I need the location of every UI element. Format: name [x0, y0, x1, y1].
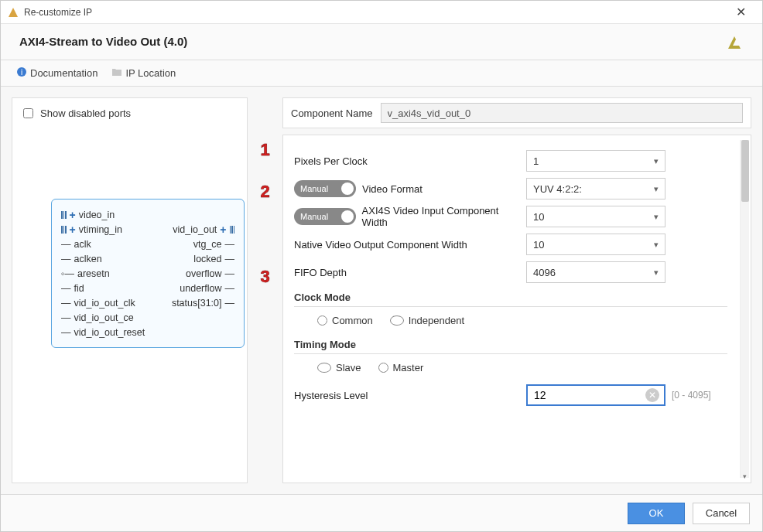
- row-video-format: Manual Video Format YUV 4:2:2: ▾: [294, 177, 727, 200]
- row-hysteresis: Hysteresis Level ✕ [0 - 4095]: [294, 384, 727, 406]
- select-video-format[interactable]: YUV 4:2:2: ▾: [526, 178, 665, 200]
- svg-text:i: i: [21, 68, 22, 77]
- main-area: Show disabled ports +video_in +vtiming_i…: [1, 87, 762, 494]
- component-name-row: Component Name: [282, 97, 751, 128]
- radio-timing-slave[interactable]: Slave: [317, 362, 361, 373]
- port-underflow: underflow: [180, 283, 221, 294]
- label-hysteresis: Hysteresis Level: [294, 390, 526, 401]
- port-vid-io-out-reset: vid_io_out_reset: [74, 327, 145, 338]
- ip-block-symbol: +video_in +vtiming_invid_io_out+ — aclkv…: [51, 199, 245, 348]
- port-vid-io-out: vid_io_out: [173, 224, 217, 235]
- show-disabled-ports-checkbox[interactable]: Show disabled ports: [20, 106, 239, 121]
- documentation-label: Documentation: [30, 67, 98, 79]
- port-fid: fid: [74, 283, 84, 294]
- titlebar: Re-customize IP ✕: [1, 1, 762, 24]
- row-pixels-per-clock: Pixels Per Clock 1 ▾: [294, 149, 727, 172]
- label-native-width: Native Video Output Component Width: [294, 239, 526, 251]
- port-video-in: video_in: [79, 210, 115, 220]
- chevron-down-icon: ▾: [654, 156, 659, 166]
- close-icon[interactable]: ✕: [725, 5, 756, 19]
- radios-timing-mode: Slave Master: [294, 354, 727, 378]
- radio-clock-independent[interactable]: Independent: [390, 315, 464, 326]
- row-fifo-depth: FIFO Depth 4096 ▾: [294, 261, 727, 284]
- callout-column: 1 2 3: [255, 97, 275, 483]
- select-axi4s-width[interactable]: 10 ▾: [526, 206, 665, 227]
- callout-3: 3: [260, 267, 269, 287]
- chevron-down-icon: ▾: [654, 184, 659, 194]
- callout-1: 1: [260, 140, 269, 160]
- toggle-axi4s-width[interactable]: Manual: [294, 208, 356, 225]
- chevron-down-icon: ▾: [654, 212, 659, 222]
- port-locked: locked: [193, 254, 221, 264]
- block-diagram-panel: Show disabled ports +video_in +vtiming_i…: [12, 97, 248, 483]
- ip-header: AXI4-Stream to Video Out (4.0): [1, 24, 762, 60]
- component-name-label: Component Name: [291, 107, 373, 119]
- port-vid-io-out-ce: vid_io_out_ce: [74, 312, 134, 323]
- ip-title: AXI4-Stream to Video Out (4.0): [19, 35, 744, 48]
- select-fifo-depth[interactable]: 4096 ▾: [526, 261, 665, 283]
- label-fifo-depth: FIFO Depth: [294, 267, 526, 278]
- port-vtiming-in: vtiming_in: [79, 224, 122, 235]
- port-vtg-ce: vtg_ce: [193, 239, 222, 250]
- ip-location-link[interactable]: IP Location: [111, 67, 176, 79]
- port-vid-io-out-clk: vid_io_out_clk: [74, 298, 135, 309]
- config-panel: Component Name Pixels Per Clock 1 ▾ Man: [282, 97, 751, 483]
- radio-clock-common[interactable]: Common: [317, 315, 373, 326]
- port-aclken: aclken: [74, 254, 102, 264]
- label-pixels-per-clock: Pixels Per Clock: [294, 155, 526, 167]
- scrollbar-thumb[interactable]: [741, 140, 749, 202]
- app-icon: [7, 6, 19, 19]
- cancel-button[interactable]: Cancel: [693, 503, 750, 524]
- toggle-video-format[interactable]: Manual: [294, 180, 356, 197]
- row-axi4s-width: Manual AXI4S Video Input Component Width…: [294, 205, 727, 228]
- row-native-width: Native Video Output Component Width 10 ▾: [294, 233, 727, 256]
- callout-2: 2: [260, 182, 269, 202]
- port-status: status[31:0]: [172, 298, 222, 309]
- hint-hysteresis: [0 - 4095]: [665, 390, 727, 401]
- label-axi4s-width: AXI4S Video Input Component Width: [362, 205, 526, 228]
- header-timing-mode: Timing Mode: [294, 339, 727, 354]
- radio-timing-master[interactable]: Master: [378, 362, 424, 373]
- documentation-link[interactable]: i Documentation: [16, 66, 98, 80]
- input-hysteresis-wrapper: ✕: [526, 384, 665, 406]
- show-disabled-ports-label: Show disabled ports: [40, 107, 131, 119]
- component-name-input[interactable]: [381, 103, 744, 123]
- select-native-width[interactable]: 10 ▾: [526, 234, 665, 255]
- clear-icon[interactable]: ✕: [645, 388, 659, 402]
- config-scroll-area: Pixels Per Clock 1 ▾ Manual Video Format…: [282, 135, 751, 483]
- chevron-down-icon: ▾: [654, 268, 659, 278]
- ip-location-label: IP Location: [125, 67, 176, 79]
- port-aresetn: aresetn: [77, 268, 110, 279]
- label-video-format: Video Format: [362, 183, 423, 195]
- header-clock-mode: Clock Mode: [294, 292, 727, 307]
- show-disabled-ports-input[interactable]: [23, 108, 33, 118]
- scrollbar-down-icon[interactable]: ▾: [740, 472, 749, 481]
- vendor-logo-icon: [725, 33, 744, 52]
- svg-marker-0: [9, 8, 18, 17]
- port-overflow: overflow: [186, 268, 222, 279]
- info-icon: i: [16, 66, 27, 80]
- dialog-footer: OK Cancel: [1, 494, 762, 531]
- header-toolbar: i Documentation IP Location: [1, 60, 762, 87]
- chevron-down-icon: ▾: [654, 240, 659, 250]
- folder-icon: [111, 67, 122, 79]
- port-aclk: aclk: [74, 239, 91, 250]
- ok-button[interactable]: OK: [628, 503, 685, 524]
- input-hysteresis[interactable]: [532, 388, 625, 402]
- radios-clock-mode: Common Independent: [294, 307, 727, 331]
- select-pixels-per-clock[interactable]: 1 ▾: [526, 150, 665, 172]
- dialog-window: Re-customize IP ✕ AXI4-Stream to Video O…: [0, 0, 763, 532]
- window-title: Re-customize IP: [24, 7, 725, 18]
